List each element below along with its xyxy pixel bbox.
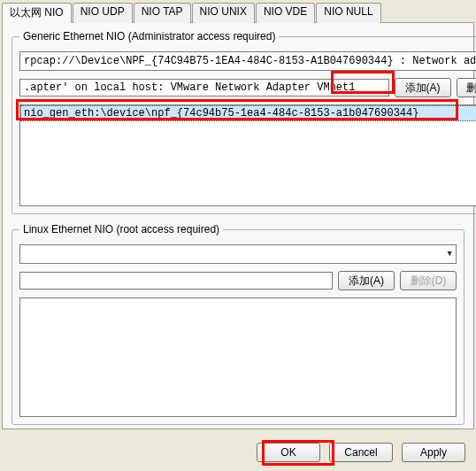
generic-adapter-combo-value: rpcap://\Device\NPF_{74C94B75-1EA4-484C-… [24,55,476,67]
linux-add-button[interactable]: 添加(A) [338,271,395,290]
generic-adapter-text[interactable]: .apter' on local host: VMware Network Ad… [19,79,389,97]
apply-button[interactable]: Apply [402,443,465,462]
generic-ethernet-group: Generic Ethernet NIO (Administrator acce… [12,30,476,214]
tab-nio-unix[interactable]: NIO UNIX [192,3,255,23]
generic-adapter-text-value: .apter' on local host: VMware Network Ad… [24,81,355,94]
tab-nio-vde[interactable]: NIO VDE [256,3,315,23]
generic-row: .apter' on local host: VMware Network Ad… [19,78,476,97]
linux-row: 添加(A) 删除(D) [19,271,457,290]
generic-nio-listbox[interactable]: nio_gen_eth:\device\npf_{74c94b75-1ea4-4… [19,104,476,206]
tab-ethernet-nio[interactable]: 以太网 NIO [2,3,72,23]
ok-button[interactable]: OK [257,443,320,462]
linux-adapter-combo[interactable]: ▼ [19,244,457,264]
tab-nio-tap[interactable]: NIO TAP [134,3,191,23]
linux-delete-button: 删除(D) [400,271,457,290]
linux-adapter-text[interactable] [19,272,333,290]
tab-nio-udp[interactable]: NIO UDP [73,3,133,23]
dialog-button-row: OK Cancel Apply [257,443,465,462]
generic-ethernet-legend: Generic Ethernet NIO (Administrator acce… [19,30,279,42]
cancel-button[interactable]: Cancel [329,443,393,462]
linux-ethernet-group: Linux Ethernet NIO (root access required… [12,223,464,425]
tabs-row: 以太网 NIO NIO UDP NIO TAP NIO UNIX NIO VDE… [0,0,476,22]
generic-add-button[interactable]: 添加(A) [395,78,451,97]
generic-delete-button[interactable]: 删除(D) [457,78,477,97]
linux-nio-listbox[interactable] [19,297,457,417]
tab-nio-null[interactable]: NIO NULL [316,3,380,23]
linux-ethernet-legend: Linux Ethernet NIO (root access required… [19,223,223,236]
tab-panel: Generic Ethernet NIO (Administrator acce… [2,22,474,429]
dialog-root: 以太网 NIO NIO UDP NIO TAP NIO UNIX NIO VDE… [0,0,476,471]
generic-adapter-combo[interactable]: rpcap://\Device\NPF_{74C94B75-1EA4-484C-… [19,51,476,71]
chevron-down-icon: ▼ [446,250,454,259]
list-item[interactable]: nio_gen_eth:\device\npf_{74c94b75-1ea4-4… [20,105,476,121]
